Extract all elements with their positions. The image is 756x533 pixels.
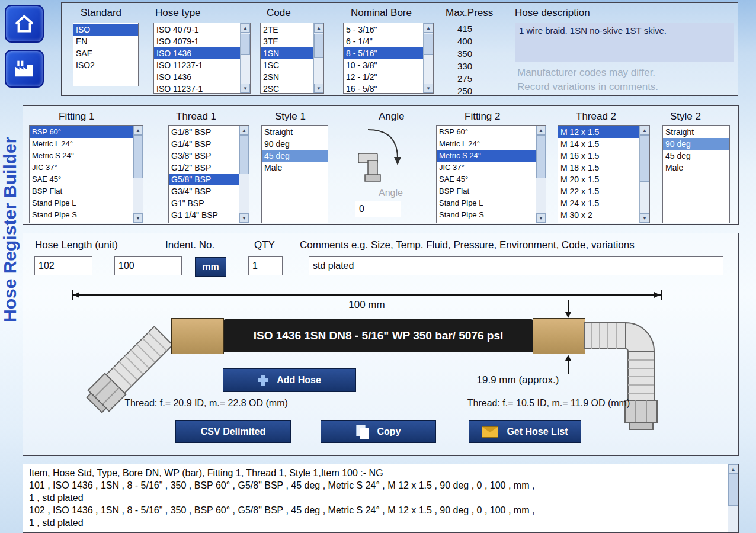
hose-type-option[interactable]: ISO 4079-1 bbox=[154, 24, 240, 36]
thread1-option[interactable]: G3/4" BSP bbox=[169, 185, 239, 197]
thread2-option[interactable]: M 12 x 1.5 bbox=[558, 126, 639, 138]
standard-option[interactable]: EN bbox=[73, 36, 138, 47]
scroll-down-button[interactable]: ▼ bbox=[640, 213, 649, 223]
copy-button[interactable]: Copy bbox=[321, 420, 436, 443]
max-press-list[interactable]: 415400350330275250 bbox=[448, 23, 513, 97]
fitting1-option[interactable]: SAE 45° bbox=[30, 174, 133, 185]
max-press-value[interactable]: 350 bbox=[448, 47, 513, 60]
thread2-option[interactable]: M 20 x 1.5 bbox=[558, 174, 639, 185]
thread2-listbox[interactable]: M 12 x 1.5M 14 x 1.5M 16 x 1.5M 18 x 1.5… bbox=[558, 125, 650, 223]
code-option[interactable]: 2SN bbox=[261, 71, 313, 83]
scroll-thumb[interactable] bbox=[241, 34, 250, 55]
hose-type-listbox[interactable]: ISO 4079-1ISO 4079-1ISO 1436ISO 11237-1I… bbox=[153, 23, 251, 94]
unit-toggle-button[interactable]: mm bbox=[195, 257, 226, 277]
code-option[interactable]: 2SC bbox=[261, 83, 313, 93]
hose-length-input[interactable] bbox=[34, 256, 92, 275]
scroll-up-button[interactable]: ▲ bbox=[728, 464, 738, 474]
hose-list-output-text[interactable]: Item, Hose Std, Type, Bore DN, WP (bar),… bbox=[23, 464, 728, 532]
thread2-option[interactable]: M 22 x 1.5 bbox=[558, 185, 639, 197]
scrollbar[interactable]: ▲ bbox=[728, 464, 738, 532]
thread2-option[interactable]: M 18 x 1.5 bbox=[558, 162, 639, 174]
thread1-option[interactable]: G1/8" BSP bbox=[169, 126, 239, 138]
scrollbar[interactable]: ▲ ▼ bbox=[133, 126, 143, 223]
scroll-thumb[interactable] bbox=[728, 474, 738, 506]
thread1-option[interactable]: G3/8" BSP bbox=[169, 150, 239, 162]
scroll-thumb[interactable] bbox=[133, 135, 143, 178]
scroll-down-button[interactable]: ▼ bbox=[133, 213, 143, 223]
scroll-down-button[interactable]: ▼ bbox=[536, 213, 546, 223]
scroll-thumb[interactable] bbox=[536, 135, 546, 178]
scrollbar[interactable]: ▲ ▼ bbox=[423, 23, 433, 93]
add-hose-button[interactable]: Add Hose bbox=[223, 368, 356, 392]
fitting1-option[interactable]: BSP Flat bbox=[30, 185, 133, 197]
scroll-up-button[interactable]: ▲ bbox=[536, 126, 546, 135]
style1-option[interactable]: 45 deg bbox=[262, 150, 328, 162]
scrollbar[interactable]: ▲ ▼ bbox=[639, 126, 649, 223]
code-option[interactable]: 2TE bbox=[261, 24, 313, 36]
fitting1-option[interactable]: Metric S 24° bbox=[30, 150, 133, 162]
code-option[interactable]: 3TE bbox=[261, 36, 313, 47]
scroll-up-button[interactable]: ▲ bbox=[424, 23, 433, 33]
fitting2-option[interactable]: Stand Pipe S bbox=[437, 209, 536, 221]
scroll-thumb[interactable] bbox=[239, 135, 249, 174]
max-press-value[interactable]: 415 bbox=[448, 23, 513, 35]
scroll-up-button[interactable]: ▲ bbox=[640, 126, 649, 135]
comments-input[interactable] bbox=[309, 256, 723, 275]
hose-type-option[interactable]: ISO 11237-1 bbox=[154, 59, 240, 71]
hose-type-option[interactable]: ISO 1436 bbox=[154, 71, 240, 83]
fitting1-option[interactable]: JIC 37° bbox=[30, 162, 133, 174]
fitting1-option[interactable]: Metric L 24° bbox=[30, 138, 133, 150]
style2-option[interactable]: 90 deg bbox=[663, 138, 729, 150]
scroll-thumb[interactable] bbox=[640, 135, 649, 182]
max-press-value[interactable]: 275 bbox=[448, 72, 513, 85]
style2-option[interactable]: 45 deg bbox=[663, 150, 729, 162]
home-button[interactable] bbox=[5, 5, 44, 43]
scrollbar[interactable]: ▲ ▼ bbox=[313, 23, 323, 93]
standard-listbox[interactable]: ISOENSAEISO2 bbox=[73, 23, 139, 86]
fitting2-option[interactable]: BSP Flat bbox=[437, 185, 536, 197]
fitting1-listbox[interactable]: BSP 60°Metric L 24°Metric S 24°JIC 37°SA… bbox=[29, 125, 143, 223]
fitting2-option[interactable]: Stand Pipe L bbox=[437, 197, 536, 209]
scroll-up-button[interactable]: ▲ bbox=[133, 126, 143, 135]
nominal-bore-option[interactable]: 12 - 1/2" bbox=[344, 71, 423, 83]
style1-option[interactable]: 90 deg bbox=[262, 138, 328, 150]
fitting2-option[interactable]: Metric L 24° bbox=[437, 138, 536, 150]
style1-listbox[interactable]: Straight90 deg45 degMale bbox=[261, 125, 328, 223]
max-press-value[interactable]: 400 bbox=[448, 35, 513, 47]
style1-option[interactable]: Straight bbox=[262, 126, 328, 138]
nominal-bore-option[interactable]: 6 - 1/4" bbox=[344, 36, 423, 47]
style2-option[interactable]: Straight bbox=[663, 126, 729, 138]
thread1-option[interactable]: G1/4" BSP bbox=[169, 138, 239, 150]
nominal-bore-option[interactable]: 5 - 3/16" bbox=[344, 24, 423, 36]
hose-type-option[interactable]: ISO 11237-1 bbox=[154, 83, 240, 93]
max-press-value[interactable]: 250 bbox=[448, 85, 513, 97]
thread2-option[interactable]: M 36 x 2 bbox=[558, 221, 639, 223]
get-hose-list-button[interactable]: Get Hose List bbox=[469, 420, 581, 443]
standard-option[interactable]: SAE bbox=[73, 47, 138, 59]
angle-input[interactable] bbox=[355, 201, 401, 217]
fitting1-option[interactable]: Stand Pipe S bbox=[30, 209, 133, 221]
code-option[interactable]: 1SC bbox=[261, 59, 313, 71]
scroll-thumb[interactable] bbox=[424, 34, 433, 55]
scrollbar[interactable]: ▲ ▼ bbox=[536, 126, 546, 223]
fitting2-option[interactable]: JIC 37° bbox=[437, 162, 536, 174]
fitting1-option[interactable]: BSP 60° bbox=[30, 126, 133, 138]
scroll-thumb[interactable] bbox=[314, 34, 323, 58]
scroll-up-button[interactable]: ▲ bbox=[239, 126, 249, 135]
standard-option[interactable]: ISO bbox=[73, 24, 138, 36]
scrollbar[interactable]: ▲ ▼ bbox=[240, 23, 250, 93]
qty-input[interactable] bbox=[248, 256, 283, 275]
scroll-up-button[interactable]: ▲ bbox=[241, 23, 250, 33]
scroll-down-button[interactable]: ▼ bbox=[239, 213, 249, 223]
thread1-option[interactable]: G1" BSP bbox=[169, 197, 239, 209]
max-press-value[interactable]: 330 bbox=[448, 60, 513, 72]
thread1-option[interactable]: G1 1/4" BSP bbox=[169, 209, 239, 221]
nominal-bore-option[interactable]: 16 - 5/8" bbox=[344, 83, 423, 93]
thread2-option[interactable]: M 30 x 2 bbox=[558, 209, 639, 221]
code-option[interactable]: 1SN bbox=[261, 47, 313, 59]
thread1-option[interactable]: G1/2" BSP bbox=[169, 162, 239, 174]
scroll-down-button[interactable]: ▼ bbox=[314, 84, 323, 93]
csv-delimited-button[interactable]: CSV Delimited bbox=[175, 420, 291, 443]
nominal-bore-listbox[interactable]: 5 - 3/16"6 - 1/4"8 - 5/16"10 - 3/8"12 - … bbox=[343, 23, 434, 94]
scrollbar[interactable]: ▲ ▼ bbox=[239, 126, 249, 223]
